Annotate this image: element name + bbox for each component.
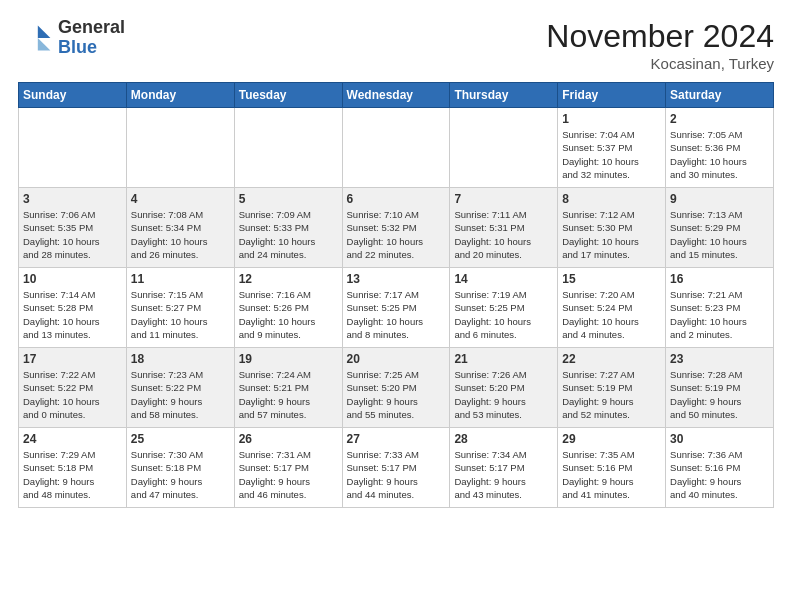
table-cell: 30Sunrise: 7:36 AM Sunset: 5:16 PM Dayli…: [666, 428, 774, 508]
table-cell: 8Sunrise: 7:12 AM Sunset: 5:30 PM Daylig…: [558, 188, 666, 268]
day-info: Sunrise: 7:30 AM Sunset: 5:18 PM Dayligh…: [131, 448, 230, 501]
day-number: 28: [454, 432, 553, 446]
week-row-2: 3Sunrise: 7:06 AM Sunset: 5:35 PM Daylig…: [19, 188, 774, 268]
weekday-header-thursday: Thursday: [450, 83, 558, 108]
day-info: Sunrise: 7:28 AM Sunset: 5:19 PM Dayligh…: [670, 368, 769, 421]
table-cell: [342, 108, 450, 188]
day-number: 19: [239, 352, 338, 366]
table-cell: 2Sunrise: 7:05 AM Sunset: 5:36 PM Daylig…: [666, 108, 774, 188]
day-info: Sunrise: 7:09 AM Sunset: 5:33 PM Dayligh…: [239, 208, 338, 261]
table-cell: 23Sunrise: 7:28 AM Sunset: 5:19 PM Dayli…: [666, 348, 774, 428]
weekday-header-friday: Friday: [558, 83, 666, 108]
weekday-header-sunday: Sunday: [19, 83, 127, 108]
week-row-5: 24Sunrise: 7:29 AM Sunset: 5:18 PM Dayli…: [19, 428, 774, 508]
day-number: 13: [347, 272, 446, 286]
table-cell: [19, 108, 127, 188]
day-info: Sunrise: 7:14 AM Sunset: 5:28 PM Dayligh…: [23, 288, 122, 341]
weekday-header-row: SundayMondayTuesdayWednesdayThursdayFrid…: [19, 83, 774, 108]
day-info: Sunrise: 7:31 AM Sunset: 5:17 PM Dayligh…: [239, 448, 338, 501]
day-info: Sunrise: 7:34 AM Sunset: 5:17 PM Dayligh…: [454, 448, 553, 501]
table-cell: 26Sunrise: 7:31 AM Sunset: 5:17 PM Dayli…: [234, 428, 342, 508]
table-cell: 5Sunrise: 7:09 AM Sunset: 5:33 PM Daylig…: [234, 188, 342, 268]
table-cell: 13Sunrise: 7:17 AM Sunset: 5:25 PM Dayli…: [342, 268, 450, 348]
day-info: Sunrise: 7:22 AM Sunset: 5:22 PM Dayligh…: [23, 368, 122, 421]
day-number: 9: [670, 192, 769, 206]
day-number: 21: [454, 352, 553, 366]
week-row-1: 1Sunrise: 7:04 AM Sunset: 5:37 PM Daylig…: [19, 108, 774, 188]
day-number: 29: [562, 432, 661, 446]
day-number: 26: [239, 432, 338, 446]
weekday-header-saturday: Saturday: [666, 83, 774, 108]
day-info: Sunrise: 7:06 AM Sunset: 5:35 PM Dayligh…: [23, 208, 122, 261]
table-cell: 7Sunrise: 7:11 AM Sunset: 5:31 PM Daylig…: [450, 188, 558, 268]
day-info: Sunrise: 7:20 AM Sunset: 5:24 PM Dayligh…: [562, 288, 661, 341]
table-cell: [126, 108, 234, 188]
day-number: 25: [131, 432, 230, 446]
day-number: 10: [23, 272, 122, 286]
day-number: 1: [562, 112, 661, 126]
day-info: Sunrise: 7:12 AM Sunset: 5:30 PM Dayligh…: [562, 208, 661, 261]
day-number: 20: [347, 352, 446, 366]
table-cell: 12Sunrise: 7:16 AM Sunset: 5:26 PM Dayli…: [234, 268, 342, 348]
day-info: Sunrise: 7:17 AM Sunset: 5:25 PM Dayligh…: [347, 288, 446, 341]
table-cell: 1Sunrise: 7:04 AM Sunset: 5:37 PM Daylig…: [558, 108, 666, 188]
logo-icon: [18, 20, 54, 56]
day-number: 23: [670, 352, 769, 366]
day-number: 2: [670, 112, 769, 126]
table-cell: 29Sunrise: 7:35 AM Sunset: 5:16 PM Dayli…: [558, 428, 666, 508]
day-info: Sunrise: 7:16 AM Sunset: 5:26 PM Dayligh…: [239, 288, 338, 341]
logo-general: General: [58, 18, 125, 38]
svg-marker-0: [38, 25, 51, 38]
title-area: November 2024 Kocasinan, Turkey: [546, 18, 774, 72]
day-info: Sunrise: 7:15 AM Sunset: 5:27 PM Dayligh…: [131, 288, 230, 341]
table-cell: [234, 108, 342, 188]
header: General Blue November 2024 Kocasinan, Tu…: [18, 18, 774, 72]
day-number: 27: [347, 432, 446, 446]
day-number: 17: [23, 352, 122, 366]
logo-blue: Blue: [58, 38, 125, 58]
day-number: 12: [239, 272, 338, 286]
week-row-3: 10Sunrise: 7:14 AM Sunset: 5:28 PM Dayli…: [19, 268, 774, 348]
day-number: 30: [670, 432, 769, 446]
day-info: Sunrise: 7:24 AM Sunset: 5:21 PM Dayligh…: [239, 368, 338, 421]
day-number: 7: [454, 192, 553, 206]
month-title: November 2024: [546, 18, 774, 55]
day-info: Sunrise: 7:11 AM Sunset: 5:31 PM Dayligh…: [454, 208, 553, 261]
table-cell: [450, 108, 558, 188]
table-cell: 20Sunrise: 7:25 AM Sunset: 5:20 PM Dayli…: [342, 348, 450, 428]
table-cell: 9Sunrise: 7:13 AM Sunset: 5:29 PM Daylig…: [666, 188, 774, 268]
day-info: Sunrise: 7:35 AM Sunset: 5:16 PM Dayligh…: [562, 448, 661, 501]
table-cell: 21Sunrise: 7:26 AM Sunset: 5:20 PM Dayli…: [450, 348, 558, 428]
day-number: 11: [131, 272, 230, 286]
table-cell: 11Sunrise: 7:15 AM Sunset: 5:27 PM Dayli…: [126, 268, 234, 348]
page: General Blue November 2024 Kocasinan, Tu…: [0, 0, 792, 522]
day-number: 8: [562, 192, 661, 206]
week-row-4: 17Sunrise: 7:22 AM Sunset: 5:22 PM Dayli…: [19, 348, 774, 428]
table-cell: 19Sunrise: 7:24 AM Sunset: 5:21 PM Dayli…: [234, 348, 342, 428]
day-info: Sunrise: 7:29 AM Sunset: 5:18 PM Dayligh…: [23, 448, 122, 501]
day-info: Sunrise: 7:10 AM Sunset: 5:32 PM Dayligh…: [347, 208, 446, 261]
calendar: SundayMondayTuesdayWednesdayThursdayFrid…: [18, 82, 774, 508]
table-cell: 17Sunrise: 7:22 AM Sunset: 5:22 PM Dayli…: [19, 348, 127, 428]
day-number: 22: [562, 352, 661, 366]
day-info: Sunrise: 7:25 AM Sunset: 5:20 PM Dayligh…: [347, 368, 446, 421]
day-info: Sunrise: 7:04 AM Sunset: 5:37 PM Dayligh…: [562, 128, 661, 181]
logo-area: General Blue: [18, 18, 125, 58]
day-info: Sunrise: 7:23 AM Sunset: 5:22 PM Dayligh…: [131, 368, 230, 421]
day-number: 6: [347, 192, 446, 206]
table-cell: 3Sunrise: 7:06 AM Sunset: 5:35 PM Daylig…: [19, 188, 127, 268]
table-cell: 4Sunrise: 7:08 AM Sunset: 5:34 PM Daylig…: [126, 188, 234, 268]
table-cell: 28Sunrise: 7:34 AM Sunset: 5:17 PM Dayli…: [450, 428, 558, 508]
table-cell: 25Sunrise: 7:30 AM Sunset: 5:18 PM Dayli…: [126, 428, 234, 508]
day-info: Sunrise: 7:05 AM Sunset: 5:36 PM Dayligh…: [670, 128, 769, 181]
weekday-header-monday: Monday: [126, 83, 234, 108]
day-number: 5: [239, 192, 338, 206]
logo-text: General Blue: [58, 18, 125, 58]
table-cell: 16Sunrise: 7:21 AM Sunset: 5:23 PM Dayli…: [666, 268, 774, 348]
day-info: Sunrise: 7:19 AM Sunset: 5:25 PM Dayligh…: [454, 288, 553, 341]
table-cell: 22Sunrise: 7:27 AM Sunset: 5:19 PM Dayli…: [558, 348, 666, 428]
day-info: Sunrise: 7:13 AM Sunset: 5:29 PM Dayligh…: [670, 208, 769, 261]
day-info: Sunrise: 7:33 AM Sunset: 5:17 PM Dayligh…: [347, 448, 446, 501]
table-cell: 18Sunrise: 7:23 AM Sunset: 5:22 PM Dayli…: [126, 348, 234, 428]
day-number: 4: [131, 192, 230, 206]
